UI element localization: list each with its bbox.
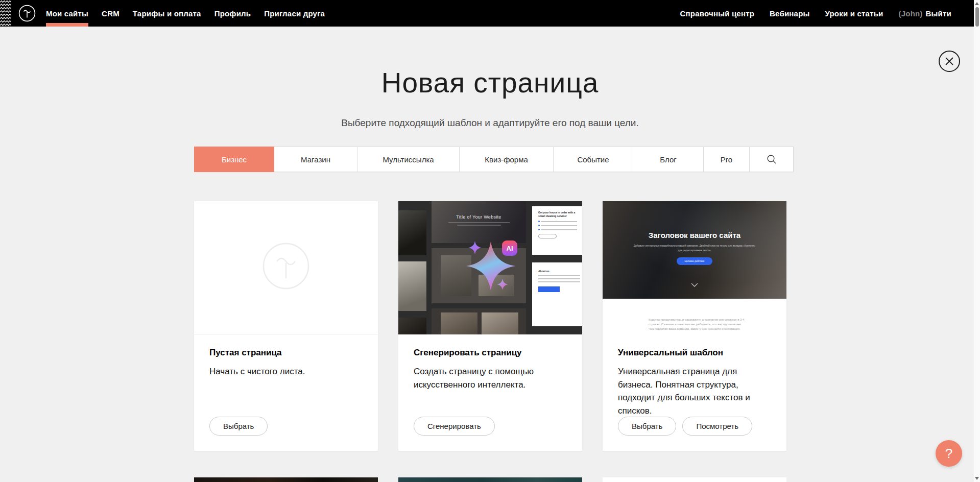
collage-photo-tile [398, 318, 426, 334]
generate-button[interactable]: Сгенерировать [414, 417, 495, 436]
mini-button [538, 286, 560, 292]
tab-pro[interactable]: Pro [704, 147, 750, 172]
card-body: Сгенерировать страницу Создать страницу … [398, 334, 582, 451]
close-icon [945, 57, 954, 66]
scroll-down-arrow-icon[interactable] [975, 477, 979, 480]
panel-heading: About us [538, 270, 582, 273]
tab-quiz-form[interactable]: Квиз-форма [460, 147, 554, 172]
tilda-watermark-icon [262, 242, 310, 290]
card-description: Начать с чистого листа. [209, 365, 352, 378]
nav-item-logout[interactable]: (John) Выйти [899, 9, 951, 18]
zigzag-pattern-decoration [0, 0, 11, 27]
nav-item-tariffs[interactable]: Тарифы и оплата [133, 9, 201, 18]
preview-hero-title: Заголовок вашего сайта [649, 231, 740, 239]
nav-item-lessons[interactable]: Уроки и статьи [825, 9, 883, 18]
nav-item-webinars[interactable]: Вебинары [770, 9, 809, 18]
template-preview-partial[interactable] [603, 477, 786, 482]
tab-business[interactable]: Бизнес [194, 147, 274, 172]
card-description: Создать страницу с помощью искусственног… [414, 365, 557, 391]
mini-button [538, 234, 557, 238]
search-icon [767, 154, 777, 164]
nav-item-help-center[interactable]: Справочный центр [680, 9, 755, 18]
view-button[interactable]: Посмотреть [682, 417, 752, 436]
nav-item-crm[interactable]: CRM [102, 9, 119, 18]
template-card-blank: Пустая страница Начать с чистого листа. … [194, 201, 378, 451]
template-preview-partial[interactable] [194, 477, 378, 482]
scrollbar[interactable] [974, 0, 980, 482]
collage-text-panel: Get your house in order with a smart cle… [532, 206, 582, 255]
user-name: (John) [899, 9, 923, 18]
template-card-ai-generate: Title of Your Website Get your house in … [398, 201, 582, 451]
blank-template-preview[interactable] [194, 201, 378, 334]
main-menu: Мои сайты CRM Тарифы и оплата Профиль Пр… [46, 0, 325, 27]
help-button[interactable]: ? [936, 440, 962, 467]
template-category-tabs: Бизнес Магазин Мультиссылка Квиз-форма С… [194, 147, 794, 172]
nav-item-invite-friend[interactable]: Пригласи друга [264, 9, 325, 18]
card-body: Пустая страница Начать с чистого листа. … [194, 334, 378, 451]
scroll-up-arrow-icon[interactable] [975, 2, 979, 5]
card-description: Универсальная страница для бизнеса. Поня… [618, 365, 761, 417]
collage-photo-tile [398, 261, 426, 311]
card-body: Универсальный шаблон Универсальная стран… [603, 334, 786, 451]
text-placeholder-line [457, 225, 501, 226]
preview-hero-section: Заголовок вашего сайта Добавьте интересн… [603, 201, 786, 299]
preview-hero-subtitle: Добавьте интересные подробности о вашей … [633, 244, 756, 252]
preview-body-text: Коротко представьтесь и расскажите о ком… [649, 318, 748, 331]
tab-multilink[interactable]: Мультиссылка [357, 147, 460, 172]
template-cards-row: Пустая страница Начать с чистого листа. … [194, 201, 786, 451]
card-title: Пустая страница [209, 348, 363, 358]
nav-item-profile[interactable]: Профиль [214, 9, 251, 18]
logout-label: Выйти [926, 9, 951, 18]
tab-event[interactable]: Событие [554, 147, 633, 172]
universal-template-preview[interactable]: Заголовок вашего сайта Добавьте интересн… [603, 201, 786, 334]
card-title: Сгенерировать страницу [414, 348, 567, 358]
page-subtitle: Выберите подходящий шаблон и адаптируйте… [0, 117, 980, 129]
preview-text-section: Коротко представьтесь и расскажите о ком… [603, 299, 786, 334]
template-card-universal: Заголовок вашего сайта Добавьте интересн… [603, 201, 786, 451]
tab-blog[interactable]: Блог [633, 147, 704, 172]
secondary-menu: Справочный центр Вебинары Уроки и статьи… [680, 0, 951, 27]
chevron-down-icon [691, 283, 698, 287]
ai-badge: AI [502, 240, 517, 256]
tab-shop[interactable]: Магазин [274, 147, 357, 172]
ai-sparkle-tiny-icon [497, 279, 508, 290]
next-templates-row [194, 477, 786, 482]
panel-heading: Get your house in order with a smart cle… [538, 211, 582, 218]
top-navbar: Мои сайты CRM Тарифы и оплата Профиль Пр… [0, 0, 974, 27]
collage-gallery-tile [432, 308, 526, 334]
template-preview-partial[interactable] [398, 477, 582, 482]
collage-hero-tile: Title of Your Website [432, 201, 526, 243]
card-title: Универсальный шаблон [618, 348, 771, 358]
page-title: Новая страница [0, 66, 980, 99]
collage-site-title: Title of Your Website [456, 214, 501, 220]
nav-item-my-sites[interactable]: Мои сайты [46, 9, 88, 18]
select-button[interactable]: Выбрать [618, 417, 676, 436]
ai-template-preview[interactable]: Title of Your Website Get your house in … [398, 201, 582, 334]
text-placeholder-line [448, 222, 510, 223]
collage-photo-tile [398, 210, 426, 255]
tilda-logo-icon[interactable] [18, 5, 36, 22]
new-page-dialog: Мои сайты CRM Тарифы и оплата Профиль Пр… [0, 0, 980, 482]
tab-search[interactable] [750, 147, 793, 172]
select-button[interactable]: Выбрать [209, 417, 268, 436]
preview-cta-button: Целевое действие [677, 257, 712, 265]
collage-about-panel: About us [532, 262, 582, 326]
scrollbar-thumb[interactable] [975, 7, 979, 27]
